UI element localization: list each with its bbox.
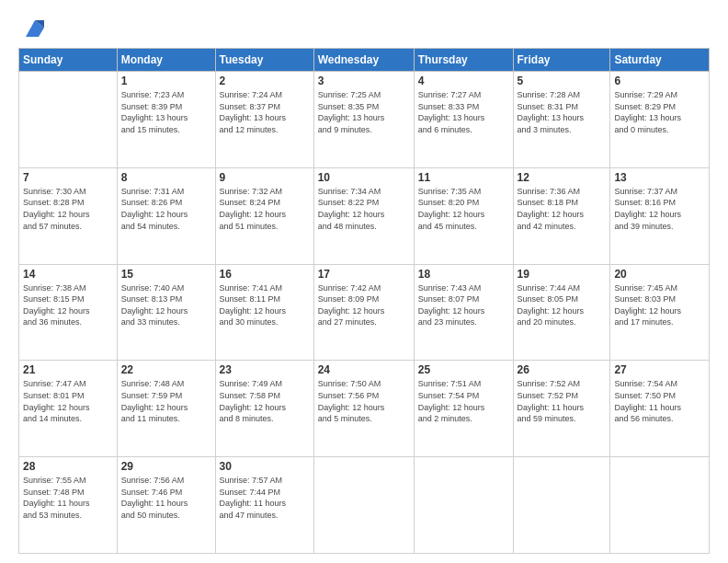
weekday-header-saturday: Saturday: [610, 49, 710, 72]
day-cell: 12Sunrise: 7:36 AM Sunset: 8:18 PM Dayli…: [513, 167, 610, 264]
day-info: Sunrise: 7:29 AM Sunset: 8:29 PM Dayligh…: [614, 89, 705, 135]
day-info: Sunrise: 7:54 AM Sunset: 7:50 PM Dayligh…: [614, 378, 705, 424]
day-info: Sunrise: 7:34 AM Sunset: 8:22 PM Dayligh…: [318, 186, 410, 232]
day-cell: 8Sunrise: 7:31 AM Sunset: 8:26 PM Daylig…: [117, 167, 215, 264]
day-number: 4: [418, 75, 509, 87]
day-cell: 29Sunrise: 7:56 AM Sunset: 7:46 PM Dayli…: [117, 457, 215, 554]
day-number: 24: [318, 363, 410, 376]
day-info: Sunrise: 7:36 AM Sunset: 8:18 PM Dayligh…: [518, 186, 607, 232]
day-number: 10: [318, 171, 410, 184]
weekday-header-monday: Monday: [117, 49, 215, 72]
day-cell: [513, 457, 610, 554]
day-info: Sunrise: 7:56 AM Sunset: 7:46 PM Dayligh…: [121, 475, 211, 521]
day-number: 11: [418, 171, 509, 184]
day-info: Sunrise: 7:47 AM Sunset: 8:01 PM Dayligh…: [23, 378, 113, 424]
day-cell: 11Sunrise: 7:35 AM Sunset: 8:20 PM Dayli…: [414, 167, 513, 264]
day-number: 27: [614, 363, 705, 376]
day-number: 16: [220, 268, 310, 281]
logo: [18, 15, 48, 40]
day-number: 28: [23, 460, 113, 473]
day-cell: 5Sunrise: 7:28 AM Sunset: 8:31 PM Daylig…: [513, 72, 610, 168]
day-info: Sunrise: 7:28 AM Sunset: 8:31 PM Dayligh…: [518, 89, 607, 135]
day-info: Sunrise: 7:41 AM Sunset: 8:11 PM Dayligh…: [220, 282, 310, 328]
day-cell: 19Sunrise: 7:44 AM Sunset: 8:05 PM Dayli…: [513, 264, 610, 361]
day-cell: 6Sunrise: 7:29 AM Sunset: 8:29 PM Daylig…: [610, 72, 710, 168]
day-info: Sunrise: 7:31 AM Sunset: 8:26 PM Dayligh…: [121, 186, 211, 232]
day-info: Sunrise: 7:38 AM Sunset: 8:15 PM Dayligh…: [23, 282, 113, 328]
day-cell: 1Sunrise: 7:23 AM Sunset: 8:39 PM Daylig…: [117, 72, 215, 168]
day-number: 18: [418, 268, 509, 281]
logo-icon: [22, 15, 48, 40]
day-info: Sunrise: 7:50 AM Sunset: 7:56 PM Dayligh…: [318, 378, 410, 424]
day-info: Sunrise: 7:37 AM Sunset: 8:16 PM Dayligh…: [614, 186, 705, 232]
day-number: 2: [220, 75, 310, 87]
day-cell: [19, 72, 118, 168]
header: [18, 15, 710, 40]
day-info: Sunrise: 7:43 AM Sunset: 8:07 PM Dayligh…: [418, 282, 509, 328]
week-row-1: 1Sunrise: 7:23 AM Sunset: 8:39 PM Daylig…: [19, 72, 710, 168]
day-info: Sunrise: 7:32 AM Sunset: 8:24 PM Dayligh…: [220, 186, 310, 232]
week-row-3: 14Sunrise: 7:38 AM Sunset: 8:15 PM Dayli…: [19, 264, 710, 361]
day-cell: 21Sunrise: 7:47 AM Sunset: 8:01 PM Dayli…: [19, 361, 118, 457]
day-cell: 10Sunrise: 7:34 AM Sunset: 8:22 PM Dayli…: [313, 167, 414, 264]
weekday-header-row: SundayMondayTuesdayWednesdayThursdayFrid…: [19, 49, 710, 72]
weekday-header-friday: Friday: [513, 49, 610, 72]
day-cell: 7Sunrise: 7:30 AM Sunset: 8:28 PM Daylig…: [19, 167, 118, 264]
day-cell: 23Sunrise: 7:49 AM Sunset: 7:58 PM Dayli…: [215, 361, 313, 457]
day-cell: 22Sunrise: 7:48 AM Sunset: 7:59 PM Dayli…: [117, 361, 215, 457]
day-number: 8: [121, 171, 211, 184]
day-info: Sunrise: 7:44 AM Sunset: 8:05 PM Dayligh…: [518, 282, 607, 328]
day-info: Sunrise: 7:35 AM Sunset: 8:20 PM Dayligh…: [418, 186, 509, 232]
day-info: Sunrise: 7:45 AM Sunset: 8:03 PM Dayligh…: [614, 282, 705, 328]
day-info: Sunrise: 7:23 AM Sunset: 8:39 PM Dayligh…: [121, 89, 211, 135]
day-info: Sunrise: 7:30 AM Sunset: 8:28 PM Dayligh…: [23, 186, 113, 232]
weekday-header-sunday: Sunday: [19, 49, 118, 72]
day-cell: 15Sunrise: 7:40 AM Sunset: 8:13 PM Dayli…: [117, 264, 215, 361]
week-row-4: 21Sunrise: 7:47 AM Sunset: 8:01 PM Dayli…: [19, 361, 710, 457]
day-number: 25: [418, 363, 509, 376]
day-info: Sunrise: 7:48 AM Sunset: 7:59 PM Dayligh…: [121, 378, 211, 424]
day-cell: 4Sunrise: 7:27 AM Sunset: 8:33 PM Daylig…: [414, 72, 513, 168]
day-number: 15: [121, 268, 211, 281]
day-cell: [414, 457, 513, 554]
day-number: 13: [614, 171, 705, 184]
weekday-header-wednesday: Wednesday: [313, 49, 414, 72]
day-number: 12: [518, 171, 607, 184]
day-number: 19: [518, 268, 607, 281]
day-cell: 16Sunrise: 7:41 AM Sunset: 8:11 PM Dayli…: [215, 264, 313, 361]
day-number: 5: [518, 75, 607, 87]
day-info: Sunrise: 7:27 AM Sunset: 8:33 PM Dayligh…: [418, 89, 509, 135]
day-number: 7: [23, 171, 113, 184]
day-cell: 13Sunrise: 7:37 AM Sunset: 8:16 PM Dayli…: [610, 167, 710, 264]
day-cell: 26Sunrise: 7:52 AM Sunset: 7:52 PM Dayli…: [513, 361, 610, 457]
page: SundayMondayTuesdayWednesdayThursdayFrid…: [0, 0, 728, 563]
day-cell: 18Sunrise: 7:43 AM Sunset: 8:07 PM Dayli…: [414, 264, 513, 361]
weekday-header-thursday: Thursday: [414, 49, 513, 72]
day-cell: 25Sunrise: 7:51 AM Sunset: 7:54 PM Dayli…: [414, 361, 513, 457]
day-info: Sunrise: 7:52 AM Sunset: 7:52 PM Dayligh…: [518, 378, 607, 424]
day-number: 22: [121, 363, 211, 376]
day-cell: 30Sunrise: 7:57 AM Sunset: 7:44 PM Dayli…: [215, 457, 313, 554]
day-number: 17: [318, 268, 410, 281]
day-info: Sunrise: 7:24 AM Sunset: 8:37 PM Dayligh…: [220, 89, 310, 135]
day-info: Sunrise: 7:55 AM Sunset: 7:48 PM Dayligh…: [23, 475, 113, 521]
day-number: 21: [23, 363, 113, 376]
day-cell: 27Sunrise: 7:54 AM Sunset: 7:50 PM Dayli…: [610, 361, 710, 457]
day-cell: 17Sunrise: 7:42 AM Sunset: 8:09 PM Dayli…: [313, 264, 414, 361]
day-cell: 9Sunrise: 7:32 AM Sunset: 8:24 PM Daylig…: [215, 167, 313, 264]
day-cell: 24Sunrise: 7:50 AM Sunset: 7:56 PM Dayli…: [313, 361, 414, 457]
day-number: 14: [23, 268, 113, 281]
day-info: Sunrise: 7:42 AM Sunset: 8:09 PM Dayligh…: [318, 282, 410, 328]
day-cell: 2Sunrise: 7:24 AM Sunset: 8:37 PM Daylig…: [215, 72, 313, 168]
day-cell: 20Sunrise: 7:45 AM Sunset: 8:03 PM Dayli…: [610, 264, 710, 361]
day-number: 30: [220, 460, 310, 473]
day-cell: [610, 457, 710, 554]
day-cell: 28Sunrise: 7:55 AM Sunset: 7:48 PM Dayli…: [19, 457, 118, 554]
day-info: Sunrise: 7:40 AM Sunset: 8:13 PM Dayligh…: [121, 282, 211, 328]
week-row-2: 7Sunrise: 7:30 AM Sunset: 8:28 PM Daylig…: [19, 167, 710, 264]
day-number: 26: [518, 363, 607, 376]
day-number: 20: [614, 268, 705, 281]
weekday-header-tuesday: Tuesday: [215, 49, 313, 72]
day-info: Sunrise: 7:51 AM Sunset: 7:54 PM Dayligh…: [418, 378, 509, 424]
calendar-table: SundayMondayTuesdayWednesdayThursdayFrid…: [18, 48, 710, 554]
